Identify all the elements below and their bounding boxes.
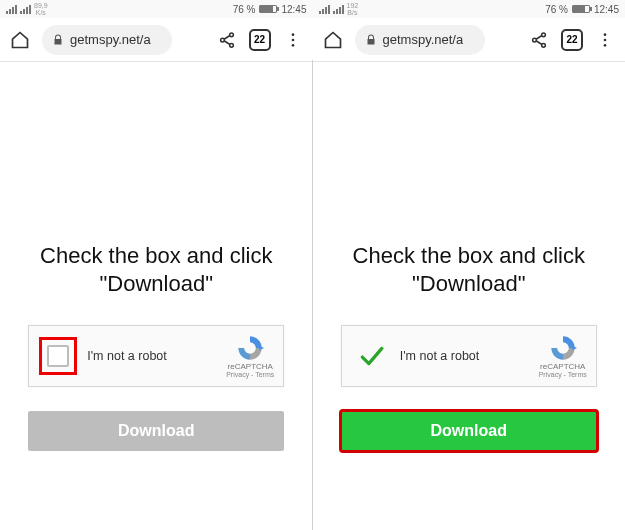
recaptcha-checkbox[interactable] [47,345,69,367]
recaptcha-brand: reCAPTCHA [228,362,273,371]
url-text: getmspy.net/a [383,32,464,47]
clock: 12:45 [594,4,619,15]
menu-icon[interactable] [593,28,617,52]
data-rate: 192 B/s [347,2,359,16]
home-icon[interactable] [8,28,32,52]
svg-point-11 [604,38,607,41]
url-bar[interactable]: getmspy.net/a [42,25,172,55]
svg-marker-13 [572,346,577,351]
battery-percent: 76 % [233,4,256,15]
battery-icon [259,5,277,13]
lock-icon [52,34,64,46]
home-icon[interactable] [321,28,345,52]
browser-toolbar: getmspy.net/a 22 [0,18,313,62]
recaptcha-widget: I'm not a robot reCAPTCHA Privacy - Term… [341,325,597,387]
battery-percent: 76 % [545,4,568,15]
screen-before: 89,9 K/s 76 % 12:45 getmspy.net/a 22 Che… [0,0,313,530]
download-button[interactable]: Download [341,411,597,451]
download-button[interactable]: Download [28,411,284,451]
pane-divider [312,60,313,530]
battery-icon [572,5,590,13]
recaptcha-checkmark-icon[interactable] [358,343,384,369]
recaptcha-widget: I'm not a robot reCAPTCHA Privacy - Term… [28,325,284,387]
status-bar: 192 B/s 76 % 12:45 [313,0,626,18]
recaptcha-icon [549,334,577,362]
svg-point-10 [604,33,607,36]
recaptcha-label: I'm not a robot [400,349,534,363]
recaptcha-links[interactable]: Privacy - Terms [539,371,587,378]
recaptcha-links[interactable]: Privacy - Terms [226,371,274,378]
page-content: Check the box and click "Download" I'm n… [313,62,626,530]
status-bar: 89,9 K/s 76 % 12:45 [0,0,313,18]
highlight-box [39,337,77,375]
share-icon[interactable] [527,28,551,52]
page-content: Check the box and click "Download" I'm n… [0,62,313,530]
page-heading: Check the box and click "Download" [353,242,585,297]
signal-icon [319,5,330,14]
page-heading: Check the box and click "Download" [40,242,272,297]
url-bar[interactable]: getmspy.net/a [355,25,485,55]
tab-count[interactable]: 22 [561,29,583,51]
svg-point-4 [291,38,294,41]
svg-marker-6 [260,346,265,351]
svg-point-12 [604,44,607,47]
menu-icon[interactable] [281,28,305,52]
signal-icon [6,5,17,14]
browser-toolbar: getmspy.net/a 22 [313,18,626,62]
lock-icon [365,34,377,46]
svg-point-5 [291,44,294,47]
signal-icon-2 [333,5,344,14]
url-text: getmspy.net/a [70,32,151,47]
recaptcha-brand: reCAPTCHA [540,362,585,371]
recaptcha-icon [236,334,264,362]
signal-icon-2 [20,5,31,14]
tab-count[interactable]: 22 [249,29,271,51]
svg-point-3 [291,33,294,36]
share-icon[interactable] [215,28,239,52]
data-rate: 89,9 K/s [34,2,48,16]
recaptcha-label: I'm not a robot [87,349,221,363]
screen-after: 192 B/s 76 % 12:45 getmspy.net/a 22 Chec… [313,0,626,530]
clock: 12:45 [281,4,306,15]
